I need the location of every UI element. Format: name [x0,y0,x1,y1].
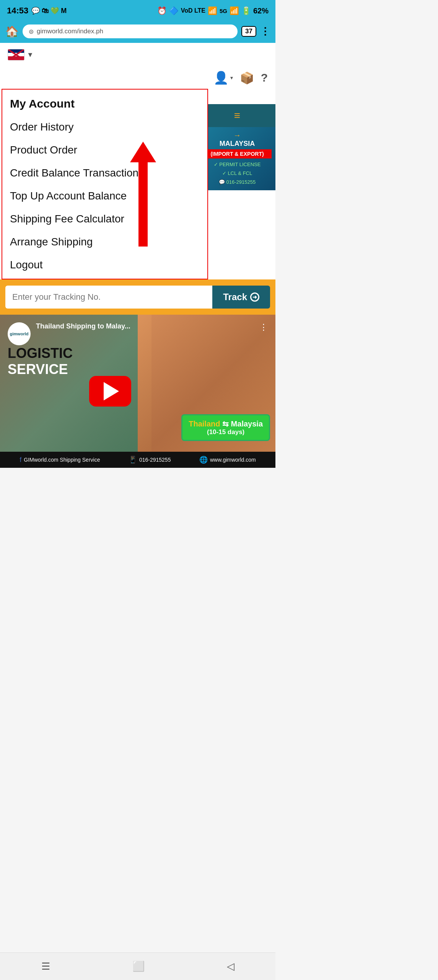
signal-bars-2: 📶 [230,6,239,15]
flag-uk-icon[interactable] [8,49,24,60]
menu-item-product-order[interactable]: Product Order [2,139,207,162]
tracking-section: Track ➜ [0,279,275,315]
account-icon-wrap[interactable]: 👤 ▾ [213,70,233,85]
signal-label-5g: 5G [220,8,227,14]
language-dropdown-icon[interactable]: ▼ [27,51,34,59]
import-export-badge: (IMPORT & EXPORT) [203,149,272,158]
gimworld-logo: gimworld [8,322,31,345]
bluetooth-icon: 🔷 [169,6,179,15]
hamburger-menu-bar[interactable]: ≡ [199,104,275,127]
url-text: gimworld.com/index.ph [37,28,103,35]
person-icon[interactable]: 👤 [213,70,229,85]
tab-count[interactable]: 37 [241,26,256,37]
footer-facebook: f GIMworld.com Shipping Service [20,456,100,464]
browser-menu-icon[interactable]: ⋮ [260,26,270,38]
wechat-icon: 💚 [50,7,59,15]
time-display: 14:53 [7,6,28,16]
video-footer: f GIMworld.com Shipping Service 📱 016-29… [0,452,275,468]
track-button-label: Track [223,292,247,302]
badge-arrow-icon: ⇆ [222,420,231,428]
signal-text: VoD LTE [181,7,205,14]
malaysia-banner: → MALAYSIA (IMPORT & EXPORT) ✓ PERMIT LI… [199,127,275,190]
play-triangle-icon [104,382,119,400]
footer-whatsapp: 📱 016-2915255 [129,456,171,464]
video-header: gimworld Thailand Shipping to Malay... ⋮ [8,322,268,345]
help-icon[interactable]: ? [261,71,268,84]
alarm-icon: ⏰ [157,6,167,15]
tracking-input[interactable] [5,286,212,309]
url-security-icon: ⊜ [29,28,34,35]
video-content: gimworld Thailand Shipping to Malay... ⋮… [0,315,275,468]
video-title-area: Thailand Shipping to Malay... [36,322,254,330]
badge-days: (10-15 days) [189,428,263,436]
battery-icon: 🔋 [241,6,251,15]
facebook-text: GIMworld.com Shipping Service [24,457,100,463]
language-bar: ▼ [0,43,275,67]
video-title: Thailand Shipping to Malay... [36,322,254,330]
status-left: 14:53 💬 🛍 💚 M [7,6,67,16]
malaysia-arrow-icon: → [203,131,272,140]
whatsapp-icon: 📱 [129,456,137,464]
menu-item-arrange-shipping[interactable]: Arrange Shipping [2,230,207,253]
lcl-fcl-text: ✓ LCL & FCL [203,169,272,178]
menu-item-top-up[interactable]: Top Up Account Balance [2,185,207,207]
arrow-head [130,142,156,162]
whatsapp-icon: 💬 [31,7,40,15]
shop-icon: 🛍 [42,7,49,15]
arrow-stem [138,162,148,247]
box-icon[interactable]: 📦 [240,71,254,85]
annotation-arrow [130,142,156,247]
badge-thailand-text: Thailand [189,420,220,428]
video-options-icon[interactable]: ⋮ [259,322,268,332]
home-icon[interactable]: 🏠 [5,25,19,38]
whatsapp-number: 💬 016-2915255 [203,178,272,186]
logistic-line1: LOGISTIC [8,345,73,361]
whatsapp-number: 016-2915255 [139,457,171,463]
account-dropdown-menu: My Account Order History Product Order C… [2,89,208,279]
right-side-panel: ≡ → MALAYSIA (IMPORT & EXPORT) ✓ PERMIT … [199,104,275,190]
signal-bars-1: 📶 [208,6,217,15]
icon-bar: 👤 ▾ 📦 ? [0,67,275,89]
badge-countries: Thailand ⇆ Malaysia [189,419,263,428]
thailand-malaysia-badge: Thailand ⇆ Malaysia (10-15 days) [181,414,270,441]
status-right: ⏰ 🔷 VoD LTE 📶 5G 📶 🔋 62% [157,6,269,15]
badge-malaysia-text: Malaysia [231,420,263,428]
track-button[interactable]: Track ➜ [212,286,270,309]
malaysia-text: MALAYSIA [203,140,272,148]
track-arrow-icon: ➜ [250,292,259,302]
url-bar[interactable]: ⊜ gimworld.com/index.ph [23,24,238,38]
menu-item-my-account[interactable]: My Account [2,92,207,116]
battery-percent: 62% [253,7,269,15]
permit-license-text: ✓ PERMIT LICENSE [203,160,272,169]
logo-text: gimworld [10,332,29,336]
footer-website: 🌐 www.gimworld.com [199,456,256,464]
play-button-wrap[interactable] [89,376,131,407]
menu-item-logout[interactable]: Logout [2,253,207,276]
gmail-icon: M [61,7,67,15]
hamburger-icon[interactable]: ≡ [234,109,240,122]
browser-bar: 🏠 ⊜ gimworld.com/index.ph 37 ⋮ [0,21,275,43]
menu-item-shipping-fee[interactable]: Shipping Fee Calculator [2,207,207,230]
logistic-text: LOGISTIC SERVICE [8,345,73,377]
main-content: ▼ 👤 ▾ 📦 ? My Account Order History Produ… [0,43,275,468]
status-bar: 14:53 💬 🛍 💚 M ⏰ 🔷 VoD LTE 📶 5G 📶 🔋 62% [0,0,275,21]
facebook-icon: f [20,456,21,464]
menu-item-credit-balance[interactable]: Credit Balance Transactions [2,162,207,185]
globe-icon: 🌐 [199,456,208,464]
menu-item-order-history[interactable]: Order History [2,116,207,139]
account-dropdown-icon[interactable]: ▾ [230,75,233,81]
logistic-line2: SERVICE [8,361,73,377]
notification-icons: 💬 🛍 💚 M [31,7,67,15]
play-button[interactable] [89,376,131,407]
video-section: gimworld Thailand Shipping to Malay... ⋮… [0,315,275,468]
website-text: www.gimworld.com [210,457,256,463]
